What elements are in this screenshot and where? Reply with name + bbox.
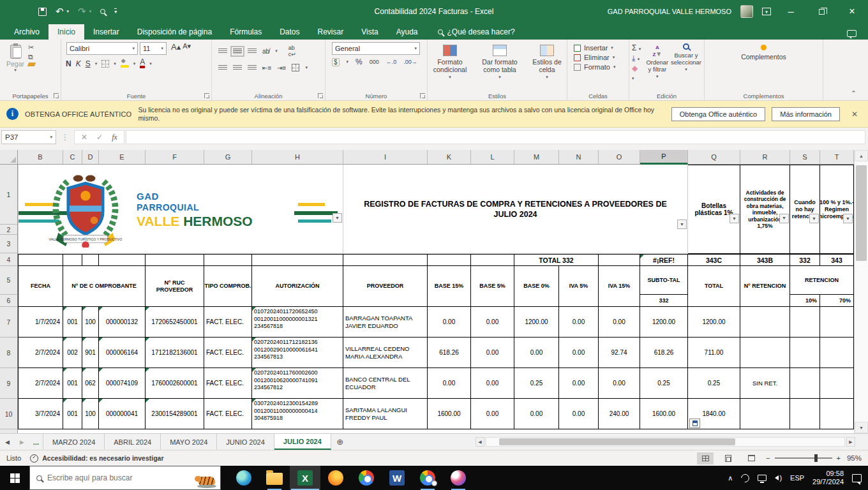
normal-view-icon[interactable] bbox=[697, 452, 714, 464]
restore-button[interactable] bbox=[811, 3, 832, 20]
cell-M10[interactable]: 0.00 bbox=[514, 399, 559, 429]
row-header-8[interactable]: 8 bbox=[0, 338, 18, 368]
col-header-T[interactable]: T bbox=[820, 150, 854, 165]
cell-Q8[interactable]: 711.00 bbox=[688, 338, 740, 368]
underline-icon[interactable]: S bbox=[86, 59, 91, 68]
minimize-button[interactable]: ─ bbox=[780, 3, 802, 20]
header-comprobante[interactable]: Nº DE C OMPROBANTE bbox=[63, 266, 146, 307]
paint-icon[interactable] bbox=[443, 466, 474, 490]
start-button[interactable] bbox=[0, 466, 29, 490]
hidden-icons-chevron-icon[interactable]: ∧ bbox=[728, 474, 733, 482]
cell-D4[interactable] bbox=[82, 254, 99, 266]
cell-R9[interactable]: SIN RET. bbox=[740, 368, 790, 399]
collapse-ribbon-icon[interactable]: ⌃ bbox=[851, 89, 868, 100]
cell-I7[interactable]: BARRAGAN TOAPANTA JAVIER EDUARDO bbox=[343, 307, 428, 338]
cell-C7[interactable]: 001 bbox=[63, 307, 82, 338]
page-break-view-icon[interactable] bbox=[743, 452, 760, 464]
prev-sheet-icon[interactable]: ◀ bbox=[0, 434, 15, 450]
align-center-icon[interactable] bbox=[233, 65, 242, 71]
font-dialog-launcher-icon[interactable] bbox=[204, 93, 209, 98]
tab-ayuda[interactable]: Ayuda bbox=[387, 24, 427, 40]
header-fecha[interactable]: FECHA bbox=[18, 266, 63, 307]
cell-K7[interactable]: 0.00 bbox=[428, 307, 471, 338]
cell-I8[interactable]: VILLARREAL CEDENO MARIA ALEXANDRA bbox=[343, 338, 428, 368]
cell-R8[interactable] bbox=[740, 338, 790, 368]
cell-K10[interactable]: 1600.00 bbox=[428, 399, 471, 429]
cell-H9[interactable]: 02072024011760002600 0012001062000074109… bbox=[252, 368, 343, 399]
cell-T8[interactable] bbox=[820, 338, 854, 368]
row-header-7[interactable]: 7 bbox=[0, 307, 18, 338]
header-proveedor[interactable]: PROVEEDOR bbox=[343, 266, 428, 307]
zoom-level[interactable]: 95% bbox=[847, 454, 862, 462]
cell-F7[interactable]: 1720652450001 bbox=[146, 307, 204, 338]
col-header-I[interactable]: I bbox=[343, 150, 428, 165]
row-header-5[interactable]: 5 bbox=[0, 266, 18, 295]
cell-L4[interactable] bbox=[471, 254, 514, 266]
col-header-G[interactable]: G bbox=[204, 150, 252, 165]
font-size-select[interactable]: 11▾ bbox=[140, 42, 167, 55]
cell-H8[interactable]: 02072024011712182136 0012002901000006164… bbox=[252, 338, 343, 368]
cell-R7[interactable] bbox=[740, 307, 790, 338]
fill-icon[interactable]: ⤓ ▾ bbox=[632, 54, 641, 63]
redo-dropdown-icon[interactable]: ▾ bbox=[89, 9, 92, 14]
cell-C4[interactable] bbox=[63, 254, 82, 266]
zoom-in-icon[interactable]: + bbox=[837, 454, 841, 462]
cell-F8[interactable]: 1712182136001 bbox=[146, 338, 204, 368]
find-select-button[interactable]: Buscar y seleccionar▾ bbox=[671, 43, 701, 91]
font-color-icon[interactable]: A bbox=[140, 59, 145, 68]
bold-icon[interactable]: N bbox=[66, 59, 71, 68]
cell-P10[interactable]: 1600.00 bbox=[640, 399, 688, 429]
addins-button[interactable]: Complementos bbox=[741, 45, 786, 61]
insert-cells-button[interactable]: Insertar▾ bbox=[574, 44, 626, 52]
file-explorer-icon[interactable] bbox=[259, 466, 290, 490]
sheet-tab-julio-active[interactable]: JULIO 2024 bbox=[274, 434, 331, 450]
increase-decimal-icon[interactable]: ←.0 bbox=[386, 59, 397, 65]
vscroll-thumb[interactable] bbox=[856, 165, 867, 261]
cell-S8[interactable] bbox=[790, 338, 820, 368]
cell-E10[interactable]: 000000041 bbox=[99, 399, 146, 429]
cell-H7[interactable]: 01072024011720652450 0012001100000000132… bbox=[252, 307, 343, 338]
volume-icon[interactable]: ) bbox=[775, 474, 782, 482]
header-ret-10[interactable]: 10% bbox=[790, 295, 820, 307]
hscroll-left-icon[interactable]: ◀ bbox=[475, 437, 484, 447]
col-header-S[interactable]: S bbox=[790, 150, 820, 165]
cell-E7[interactable]: 000000132 bbox=[99, 307, 146, 338]
tab-revisar[interactable]: Revisar bbox=[309, 24, 353, 40]
cell-Q4[interactable]: 343C bbox=[688, 254, 740, 266]
number-format-select[interactable]: General▾ bbox=[332, 42, 420, 55]
cell-G7[interactable]: FACT. ELEC. bbox=[204, 307, 252, 338]
cell-G9[interactable]: FACT. ELEC. bbox=[204, 368, 252, 399]
cell-B9[interactable]: 2/7/2024 bbox=[18, 368, 63, 399]
tab-insertar[interactable]: Insertar bbox=[84, 24, 128, 40]
cell-B8[interactable]: 2/7/2024 bbox=[18, 338, 63, 368]
excel-icon[interactable]: X bbox=[290, 466, 320, 490]
cell-T10[interactable] bbox=[820, 399, 854, 429]
clipboard-dialog-launcher-icon[interactable] bbox=[54, 93, 59, 98]
logo-filter-dropdown-icon[interactable]: ▼ bbox=[333, 213, 342, 223]
cell-styles-button[interactable]: Estilos de celda▾ bbox=[529, 45, 565, 91]
col-header-D[interactable]: D bbox=[82, 150, 99, 165]
cell-N9[interactable]: 0.00 bbox=[559, 368, 599, 399]
cell-T9[interactable] bbox=[820, 368, 854, 399]
tab-archivo[interactable]: Archivo bbox=[5, 24, 49, 40]
tab-formulas[interactable]: Fórmulas bbox=[221, 24, 271, 40]
header-subtotal-332[interactable]: 332 bbox=[640, 295, 688, 307]
hscroll-right-icon[interactable]: ▶ bbox=[846, 437, 855, 447]
header-ruc[interactable]: Nº RUC PROVEEDOR bbox=[146, 266, 204, 307]
autosum-icon[interactable]: Σ ▾ bbox=[632, 43, 641, 52]
col-header-E[interactable]: E bbox=[99, 150, 146, 165]
cell-S10[interactable] bbox=[790, 399, 820, 429]
fill-color-icon[interactable] bbox=[121, 59, 129, 68]
sheet-tab-marzo[interactable]: MARZO 2024 bbox=[43, 434, 105, 450]
cell-O9[interactable]: 0.00 bbox=[599, 368, 640, 399]
scroll-up-icon[interactable]: ▲ bbox=[855, 150, 868, 161]
cell-L9[interactable]: 0.00 bbox=[471, 368, 514, 399]
copy-icon[interactable]: ⧉ bbox=[28, 53, 35, 61]
hscroll-thumb[interactable] bbox=[499, 438, 735, 445]
increase-indent-icon[interactable]: ⇥≡ bbox=[277, 64, 286, 71]
undo-dropdown-icon[interactable]: ▾ bbox=[67, 9, 70, 14]
cell-Q10[interactable]: 1840.00 bbox=[688, 399, 740, 429]
chrome-icon[interactable] bbox=[351, 466, 382, 490]
orientation-icon[interactable]: ab̸ bbox=[262, 48, 269, 55]
percent-style-icon[interactable]: % bbox=[355, 57, 363, 66]
